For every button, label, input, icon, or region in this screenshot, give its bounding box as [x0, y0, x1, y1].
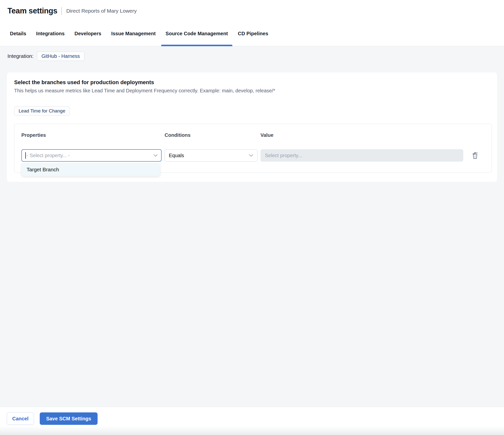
integration-row: Integration: GitHub - Harness	[7, 51, 504, 61]
title-divider	[61, 7, 62, 15]
tab-developers[interactable]: Developers	[70, 31, 106, 46]
property-select[interactable]: - Select property... -	[21, 149, 162, 162]
condition-select[interactable]: Equals	[165, 149, 257, 162]
chevron-down-icon	[153, 154, 158, 157]
tab-bar: Details Integrations Developers Issue Ma…	[0, 22, 504, 46]
text-cursor	[25, 152, 26, 159]
condition-select-value: Equals	[169, 153, 249, 158]
footer-actions: Cancel Save SCM Settings	[0, 407, 504, 435]
tab-issue-management[interactable]: Issue Management	[107, 31, 160, 46]
page-subtitle: Direct Reports of Mary Lowery	[66, 8, 137, 14]
conditions-column-label: Conditions	[165, 132, 257, 138]
tab-source-code-management[interactable]: Source Code Management	[161, 31, 232, 46]
properties-column-label: Properties	[21, 132, 162, 138]
value-input[interactable]: Select property...	[260, 149, 463, 162]
property-select-placeholder: - Select property... -	[27, 153, 153, 158]
tab-cd-pipelines[interactable]: CD Pipelines	[233, 31, 273, 46]
integration-label: Integration:	[7, 53, 34, 59]
save-scm-settings-button[interactable]: Save SCM Settings	[40, 412, 98, 425]
chevron-down-icon	[249, 154, 253, 157]
tab-details[interactable]: Details	[5, 31, 31, 46]
scm-settings-card: Select the branches used for production …	[7, 72, 497, 182]
main-content: Integration: GitHub - Harness Select the…	[0, 46, 504, 407]
integration-chip[interactable]: GitHub - Harness	[37, 51, 84, 61]
card-heading: Select the branches used for production …	[14, 79, 492, 86]
lead-time-for-change-chip[interactable]: Lead Time for Change	[14, 106, 70, 116]
trash-icon	[472, 151, 478, 160]
page-header: Team settings Direct Reports of Mary Low…	[0, 0, 504, 22]
value-column-label: Value	[260, 132, 463, 138]
value-input-placeholder: Select property...	[265, 153, 302, 158]
active-tab-underline	[161, 45, 232, 46]
cancel-button[interactable]: Cancel	[7, 412, 34, 425]
delete-rule-button[interactable]	[472, 151, 478, 160]
page-title: Team settings	[7, 6, 57, 15]
tab-integrations[interactable]: Integrations	[32, 31, 69, 46]
dropdown-option-target-branch[interactable]: Target Branch	[22, 163, 160, 176]
property-dropdown-menu: Target Branch	[22, 163, 160, 176]
card-description: This helps us measure metrics like Lead …	[14, 87, 492, 94]
branch-rule-panel: Properties Conditions Value - Select pro…	[14, 124, 492, 173]
